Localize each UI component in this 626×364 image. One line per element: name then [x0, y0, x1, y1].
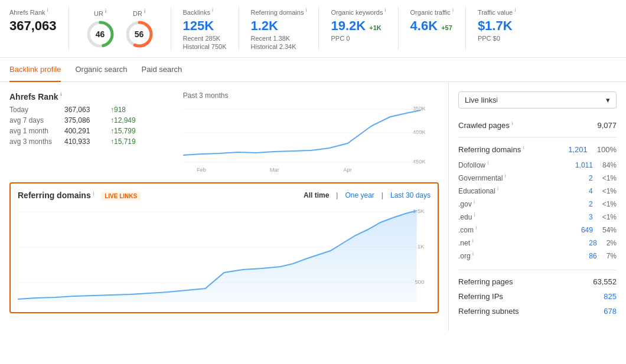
rank-section-title: Ahrefs Rank i: [9, 91, 136, 101]
referring-domains-row: Referring domains i 1,201 100%: [458, 145, 617, 154]
bottom-stat-value: 63,552: [593, 277, 617, 286]
referring-domains-metric: Referring domains i 1.2K Recent 1.38K Hi…: [239, 7, 319, 50]
sub-stat-row: .net i 28 2%: [458, 238, 617, 247]
backlinks-sub2: Historical 750K: [183, 43, 227, 50]
filter-all-time[interactable]: All time: [304, 191, 329, 199]
sub-stat-pct: <1%: [602, 200, 617, 208]
referring-domains-section: Referring domains i LIVE LINKS All time …: [9, 182, 439, 313]
filter-one-year[interactable]: One year: [345, 191, 374, 199]
live-links-dropdown[interactable]: Live links i ▾: [458, 91, 617, 109]
divider1: [458, 137, 617, 137]
sub-stat-row: .edu i 3 <1%: [458, 212, 617, 221]
dr-circle: 56: [125, 19, 154, 49]
ur-label: UR i: [94, 8, 106, 17]
traffic-value-label: Traffic value i: [478, 7, 516, 16]
ref-domains-header: Referring domains i LIVE LINKS All time …: [18, 191, 431, 200]
bottom-stat-label: Referring IPs: [458, 292, 503, 301]
bottom-stat-row: Referring subnets 678: [458, 307, 617, 316]
referring-domains-value: 1.2K: [251, 18, 307, 34]
tab-paid-search[interactable]: Paid search: [142, 58, 182, 82]
ref-domains-chart: 1.5K 1K 500: [18, 205, 431, 305]
tab-backlink-profile[interactable]: Backlink profile: [9, 58, 61, 82]
bottom-stat-label: Referring pages: [458, 277, 513, 286]
referring-domains-sub1: Recent 1.38K: [251, 35, 307, 42]
organic-traffic-metric: Organic traffic i 4.6K +57: [399, 7, 466, 50]
rank-chart-area: Past 3 months 350K 400K 450K F: [183, 91, 439, 173]
backlinks-sub1: Recent 285K: [183, 35, 227, 42]
referring-domains-right-pct: 100%: [597, 145, 617, 154]
left-panel: Ahrefs Rank i Today 367,063 ↑918 avg 7 d…: [0, 82, 449, 332]
referring-domains-sub2: Historical 2.34K: [251, 43, 307, 50]
sub-stat-value: 649: [581, 226, 593, 234]
ur-dr-metrics: UR i 46 DR i 56: [69, 7, 171, 50]
ahrefs-rank-metric: Ahrefs Rank i 367,063: [9, 7, 69, 50]
dr-label: DR i: [133, 8, 145, 17]
rank-row-today: Today 367,063 ↑918: [9, 106, 136, 114]
svg-text:Feb: Feb: [197, 167, 206, 173]
traffic-value-sub: PPC $0: [478, 35, 516, 42]
ref-domains-title-group: Referring domains i LIVE LINKS: [18, 191, 141, 200]
dropdown-arrow-icon: ▾: [606, 96, 610, 104]
dr-metric: DR i 56: [125, 8, 154, 49]
sub-stat-value: 2: [589, 200, 593, 208]
svg-marker-19: [18, 211, 417, 302]
filter-last-30-days[interactable]: Last 30 days: [390, 191, 431, 199]
backlinks-metric: Backlinks i 125K Recent 285K Historical …: [171, 7, 239, 50]
sub-stat-label: .gov i: [458, 199, 475, 208]
sub-stat-label: Educational i: [458, 186, 498, 195]
sub-stat-pct: 54%: [602, 226, 617, 234]
ref-domains-title: Referring domains: [18, 191, 93, 200]
svg-text:Mar: Mar: [269, 167, 279, 173]
sub-stat-value: 28: [589, 239, 596, 247]
dr-value: 56: [135, 29, 144, 39]
sub-stat-pct: <1%: [602, 187, 617, 195]
organic-keywords-sub: PPC 0: [331, 35, 386, 42]
backlinks-value: 125K: [183, 18, 227, 34]
organic-keywords-value: 19.2K +1K: [331, 18, 386, 34]
ur-metric: UR i 46: [86, 8, 115, 49]
rank-row-3months: avg 3 months 410,933 ↑15,719: [9, 137, 136, 146]
svg-text:1K: 1K: [418, 244, 425, 250]
tabs-bar: Backlink profile Organic search Paid sea…: [0, 58, 626, 82]
sub-stat-pct: <1%: [602, 174, 617, 182]
divider2: [458, 270, 617, 270]
ahrefs-rank-value: 367,063: [9, 18, 57, 34]
tab-organic-search[interactable]: Organic search: [75, 58, 127, 82]
sub-stat-value: 4: [589, 187, 593, 195]
sub-stat-value: 1,011: [575, 161, 593, 169]
sub-stat-label: .com i: [458, 225, 477, 234]
sub-stat-row: .gov i 2 <1%: [458, 199, 617, 208]
sub-stat-label: .edu i: [458, 212, 475, 221]
traffic-value-value: $1.7K: [478, 18, 516, 34]
metrics-bar: Ahrefs Rank i 367,063 UR i 46 DR i 56: [0, 0, 626, 58]
bottom-stat-row: Referring IPs 825: [458, 292, 617, 301]
sub-stat-pct: 84%: [602, 161, 617, 169]
sub-stat-row: Dofollow i 1,011 84%: [458, 160, 617, 169]
ref-time-filters: All time | One year | Last 30 days: [304, 191, 431, 199]
bottom-stats-container: Referring pages 63,552 Referring IPs 825…: [458, 270, 617, 316]
rank-table: Today 367,063 ↑918 avg 7 days 375,086 ↑1…: [9, 106, 136, 146]
sub-stats-container: Dofollow i 1,011 84% Governmental i 2 <1…: [458, 160, 617, 260]
crawled-pages-value: 9,077: [597, 121, 617, 130]
referring-domains-right-label: Referring domains i: [458, 145, 524, 154]
bottom-stat-value: 678: [604, 307, 617, 316]
sub-stat-pct: 7%: [607, 252, 617, 260]
sub-stat-pct: 2%: [607, 239, 617, 247]
ahrefs-rank-label: Ahrefs Rank i: [9, 7, 57, 16]
organic-traffic-label: Organic traffic i: [410, 7, 454, 16]
crawled-pages-label: Crawled pages i: [458, 120, 513, 130]
bottom-stat-row: Referring pages 63,552: [458, 277, 617, 286]
sub-stat-value: 86: [589, 252, 596, 260]
rank-section: Ahrefs Rank i Today 367,063 ↑918 avg 7 d…: [9, 91, 439, 173]
svg-text:Apr: Apr: [343, 167, 351, 173]
backlinks-label: Backlinks i: [183, 7, 227, 16]
crawled-pages-row: Crawled pages i 9,077: [458, 120, 617, 130]
ur-value: 46: [96, 29, 105, 39]
referring-domains-label: Referring domains i: [251, 7, 307, 16]
rank-chart: 350K 400K 450K Feb Mar Apr: [183, 102, 439, 173]
organic-keywords-metric: Organic keywords i 19.2K +1K PPC 0: [319, 7, 398, 50]
sub-stat-label: .org i: [458, 251, 474, 260]
traffic-value-metric: Traffic value i $1.7K PPC $0: [466, 7, 527, 50]
sub-stat-row: Governmental i 2 <1%: [458, 173, 617, 182]
sub-stat-value: 3: [589, 213, 593, 221]
